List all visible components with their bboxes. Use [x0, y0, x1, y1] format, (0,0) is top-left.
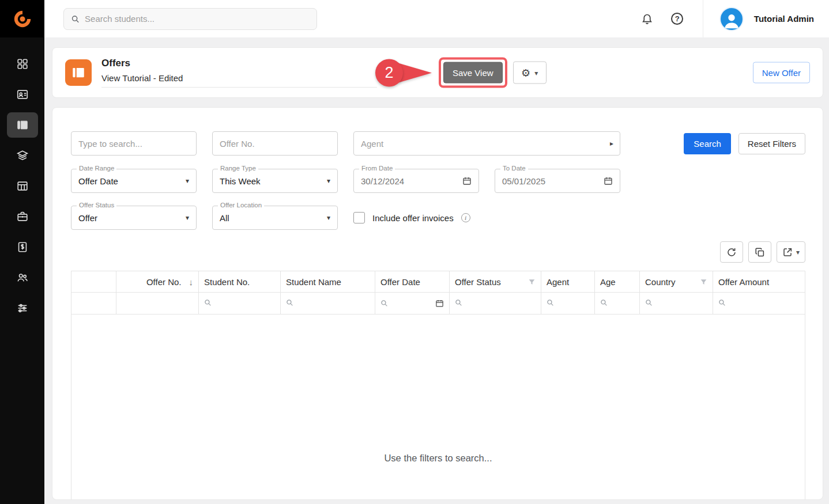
annotation-arrow-tail [398, 63, 432, 82]
search-icon [600, 299, 608, 306]
col-country[interactable]: Country [640, 271, 713, 293]
offer-location-value: All [220, 213, 322, 223]
filter-cell-offer-no[interactable] [116, 293, 199, 314]
sliders-icon [16, 302, 29, 314]
search-icon [455, 299, 462, 306]
col-offer-amount[interactable]: Offer Amount [713, 271, 805, 293]
sidebar-item-students[interactable] [7, 82, 38, 107]
filter-cell-country[interactable] [640, 293, 713, 314]
new-offer-button[interactable]: New Offer [753, 62, 810, 84]
keyword-search-input[interactable] [71, 131, 197, 156]
filter-cell-agent[interactable] [541, 293, 595, 314]
col-agent[interactable]: Agent [541, 271, 595, 293]
sidebar-item-invoices[interactable] [7, 234, 38, 260]
col-offer-date[interactable]: Offer Date [375, 271, 450, 293]
filter-cell-offer-amount[interactable] [713, 293, 805, 314]
column-chooser-icon [755, 247, 765, 257]
person-icon [722, 10, 741, 30]
export-button[interactable]: ▾ [777, 241, 805, 263]
dashboard-grid-icon [16, 58, 29, 70]
filter-cell-offer-date[interactable] [375, 293, 450, 314]
sidebar-item-services[interactable] [7, 204, 38, 229]
title-block: Offers View Tutorial - Edited [101, 58, 377, 88]
col-age[interactable]: Age [595, 271, 640, 293]
to-date-value: 05/01/2025 [502, 176, 604, 186]
view-settings-button[interactable]: ⚙ ▾ [513, 62, 547, 84]
sidebar-item-offers[interactable] [7, 112, 38, 138]
range-type-select[interactable]: Range Type This Week ▾ [212, 169, 338, 193]
offer-no-input[interactable] [212, 131, 338, 156]
help-glyph: ? [675, 14, 680, 23]
sidebar-item-settings[interactable] [7, 295, 38, 321]
calendar-icon[interactable] [462, 176, 472, 185]
col-offer-no[interactable]: Offer No. ↓ [116, 271, 199, 293]
notifications-button[interactable] [637, 9, 658, 29]
table-view-icon [16, 180, 29, 192]
empty-state-message: Use the filters to search... [384, 453, 492, 463]
offer-status-select[interactable]: Offer Status Offer ▾ [71, 206, 197, 230]
col-label: Offer Amount [718, 277, 769, 287]
annotation-step-number: 2 [375, 59, 403, 86]
sidebar-item-boards[interactable] [7, 173, 38, 199]
invoice-dollar-icon [16, 241, 29, 253]
avatar[interactable] [719, 7, 744, 31]
range-type-value: This Week [220, 176, 322, 186]
table-filter-row [71, 293, 805, 314]
info-icon[interactable]: i [461, 213, 470, 222]
sidebar-item-agents[interactable] [7, 265, 38, 290]
from-date-label: From Date [359, 165, 395, 173]
user-name: Tutorial Admin [754, 14, 814, 24]
filter-cell-offer-status[interactable] [450, 293, 541, 314]
search-icon [204, 299, 212, 306]
date-range-value: Offer Date [78, 176, 181, 186]
offer-location-select[interactable]: Offer Location All ▾ [212, 206, 338, 230]
filter-funnel-icon[interactable] [700, 278, 707, 286]
filter-cell-age[interactable] [595, 293, 640, 314]
global-search[interactable] [63, 8, 317, 30]
filter-cell-student-no[interactable] [199, 293, 281, 314]
app-logo[interactable] [0, 0, 44, 37]
courses-layers-icon [16, 149, 29, 162]
agent-field[interactable]: ▸ [353, 131, 620, 156]
date-range-select[interactable]: Date Range Offer Date ▾ [71, 169, 197, 193]
filter-cell-student-name[interactable] [281, 293, 375, 314]
calendar-icon[interactable] [604, 176, 613, 185]
range-type-label: Range Type [218, 165, 258, 173]
col-student-no[interactable]: Student No. [199, 271, 281, 293]
save-view-group: 2 Save View ⚙ ▾ [375, 58, 547, 88]
reset-filters-button[interactable]: Reset Filters [738, 133, 805, 154]
help-icon: ? [671, 13, 683, 25]
agent-input[interactable] [353, 131, 620, 156]
column-chooser-button[interactable] [748, 241, 771, 263]
profile-area[interactable]: Tutorial Admin [703, 0, 814, 37]
from-date-field[interactable]: From Date 30/12/2024 [353, 169, 479, 193]
save-view-button[interactable]: Save View [443, 62, 503, 84]
help-button[interactable]: ? [667, 9, 688, 29]
to-date-field[interactable]: To Date 05/01/2025 [495, 169, 620, 193]
view-name-label[interactable]: View Tutorial - Edited [101, 73, 377, 88]
filter-row-1: ▸ Search Reset Filters [71, 131, 805, 156]
search-icon [71, 14, 80, 24]
col-student-name[interactable]: Student Name [281, 271, 375, 293]
search-button[interactable]: Search [684, 133, 731, 154]
sidebar [0, 0, 44, 504]
refresh-button[interactable] [720, 241, 743, 263]
sort-desc-icon[interactable]: ↓ [189, 277, 194, 287]
filter-row-2: Date Range Offer Date ▾ Range Type This … [71, 169, 805, 193]
sidebar-item-courses[interactable] [7, 143, 38, 168]
filter-funnel-icon[interactable] [528, 278, 536, 286]
include-invoices-checkbox[interactable] [353, 212, 365, 223]
col-label: Student Name [286, 277, 341, 287]
sidebar-item-dashboard[interactable] [7, 51, 38, 77]
table-empty-row: Use the filters to search... [71, 314, 805, 501]
empty-state: Use the filters to search... [71, 314, 805, 501]
col-label: Student No. [204, 277, 250, 287]
offer-status-value: Offer [78, 213, 181, 223]
app-root: ? Tutorial Admin Offers View Tut [0, 0, 829, 504]
global-search-input[interactable] [85, 14, 310, 24]
chevron-down-icon: ▾ [186, 214, 189, 222]
calendar-icon[interactable] [435, 299, 444, 308]
search-icon [645, 299, 653, 306]
col-offer-status[interactable]: Offer Status [450, 271, 541, 293]
chevron-down-icon: ▾ [796, 249, 800, 256]
